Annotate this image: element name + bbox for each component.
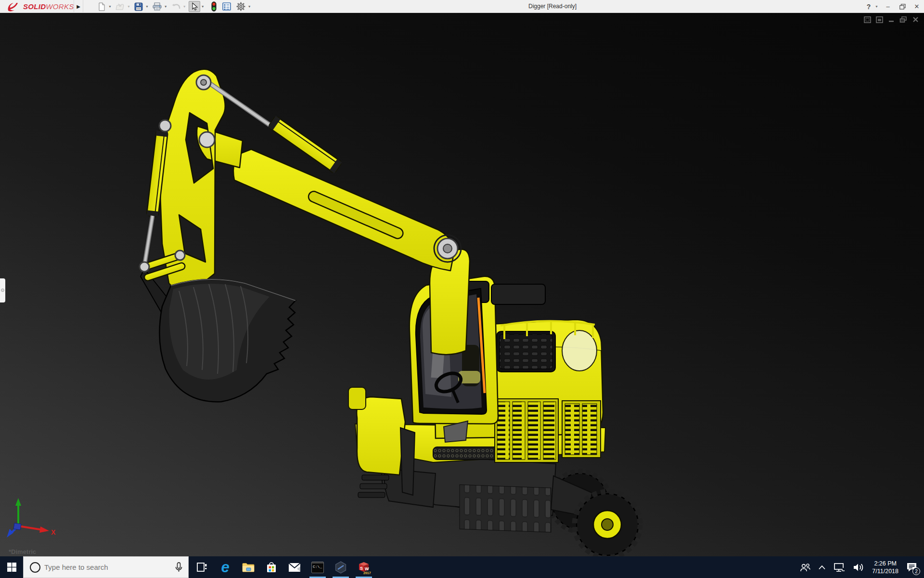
chevron-up-icon [818, 565, 826, 570]
action-center-button[interactable]: 2 [902, 556, 924, 578]
svg-text:W: W [365, 566, 369, 571]
select-caret[interactable]: ▼ [201, 5, 205, 8]
orientation-triad[interactable]: X [5, 496, 58, 539]
undo-button[interactable] [170, 1, 182, 12]
search-input[interactable] [40, 563, 175, 571]
view-orientation-label: *Dimetric [9, 548, 36, 555]
network-button[interactable] [830, 556, 849, 578]
print-caret[interactable]: ▼ [164, 5, 167, 8]
solidworks-logo: SOLIDWORKS [7, 0, 74, 13]
store-icon [266, 562, 277, 573]
help-button[interactable]: ? [864, 0, 873, 13]
bucket [159, 279, 295, 402]
save-caret[interactable]: ▼ [145, 5, 149, 8]
window-title: Digger [Read-only] [528, 0, 577, 13]
excavator-model[interactable] [0, 13, 924, 556]
taskbar-apps: e [191, 556, 375, 578]
svg-text:S: S [360, 566, 363, 571]
volume-button[interactable] [849, 556, 868, 578]
open-caret[interactable]: ▼ [127, 5, 130, 8]
select-cursor-icon [191, 2, 198, 11]
traffic-light-icon [211, 1, 217, 12]
options-caret[interactable]: ▼ [248, 5, 251, 8]
task-view-button[interactable] [191, 556, 214, 578]
tray-date: 7/11/2018 [872, 567, 898, 575]
save-button[interactable] [133, 1, 144, 12]
title-bar: SOLIDWORKS ▶ ▼ ▼ ▼ [0, 0, 924, 13]
file-explorer-button[interactable] [237, 556, 260, 578]
solidworks-2017-icon: S W 2017 [357, 560, 371, 575]
hidden-icons-button[interactable] [814, 556, 830, 578]
restore-icon [899, 4, 906, 10]
tray-time: 2:26 PM [872, 560, 898, 567]
windows-logo-icon [7, 563, 16, 572]
task-view-icon [197, 563, 207, 572]
open-button[interactable] [114, 1, 126, 12]
notification-badge: 2 [912, 567, 920, 575]
speaker-icon [853, 563, 864, 572]
edge-icon: e [221, 560, 229, 575]
mail-icon [288, 563, 301, 572]
hexagon-app-icon [334, 561, 347, 574]
cortana-icon [30, 562, 40, 573]
network-icon [834, 563, 845, 572]
undo-arrow-icon [171, 3, 180, 10]
tray-clock[interactable]: 2:26 PM 7/11/2018 [868, 560, 902, 575]
quick-toolbar: ▼ ▼ ▼ [96, 0, 254, 13]
hexagon-app-button[interactable] [329, 556, 352, 578]
save-floppy-icon [134, 2, 143, 11]
new-document-button[interactable] [96, 1, 107, 12]
help-caret[interactable]: ▼ [875, 5, 880, 8]
restore-button[interactable] [896, 0, 909, 13]
file-explorer-icon [242, 562, 255, 572]
start-button[interactable] [0, 556, 23, 578]
evaluate-list-button[interactable] [221, 1, 232, 12]
evaluate-list-icon [222, 2, 231, 11]
solidworks-2017-button[interactable]: S W 2017 [352, 556, 375, 578]
svg-text:2017: 2017 [363, 571, 371, 575]
options-button[interactable] [235, 1, 247, 12]
command-prompt-icon: C:\_ [311, 562, 324, 573]
brand-wordmark: SOLIDWORKS [23, 2, 74, 11]
microphone-icon[interactable] [175, 562, 182, 573]
gear-icon [236, 2, 245, 11]
ds-swoosh-icon [7, 1, 21, 12]
new-caret[interactable]: ▼ [108, 5, 112, 8]
graphics-viewport[interactable]: X *Dimetric [0, 13, 924, 556]
performance-status-button[interactable] [210, 1, 218, 12]
window-controls: ? ▼ – ✕ [864, 0, 923, 13]
close-button[interactable]: ✕ [911, 0, 923, 13]
open-folder-icon [116, 3, 125, 11]
print-icon [153, 2, 162, 11]
windows-taskbar: e [0, 556, 924, 578]
menu-expand-arrow[interactable]: ▶ [74, 0, 83, 13]
mail-button[interactable] [283, 556, 306, 578]
people-button[interactable] [796, 556, 814, 578]
store-button[interactable] [260, 556, 283, 578]
print-button[interactable] [151, 1, 163, 12]
minimize-button[interactable]: – [882, 0, 894, 13]
new-document-icon [98, 2, 106, 11]
undo-caret[interactable]: ▼ [183, 5, 186, 8]
system-tray: 2:26 PM 7/11/2018 2 [796, 556, 924, 578]
select-tool-button[interactable] [189, 1, 200, 12]
triad-x-label: X [51, 528, 56, 536]
command-prompt-button[interactable]: C:\_ [306, 556, 329, 578]
edge-button[interactable]: e [214, 556, 237, 578]
people-icon [800, 563, 810, 572]
taskbar-search[interactable] [23, 556, 189, 578]
